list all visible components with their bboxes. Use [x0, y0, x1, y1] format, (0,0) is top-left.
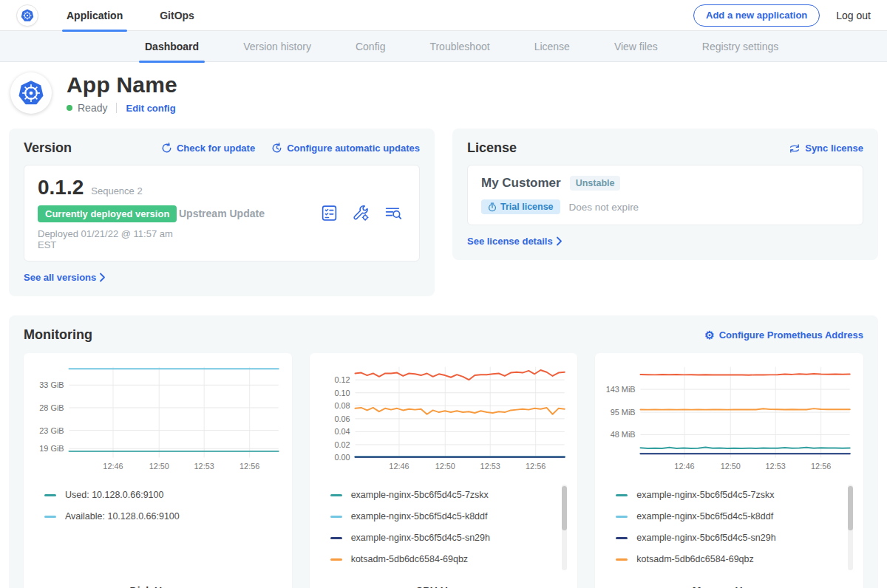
chevron-right-icon	[99, 273, 106, 282]
tab-registry-settings-label: Registry settings	[702, 41, 778, 52]
configure-auto-updates-label: Configure automatic updates	[287, 143, 420, 154]
status-text: Ready	[78, 102, 107, 114]
check-for-update-link[interactable]: Check for update	[161, 143, 255, 154]
current-version-panel: 0.1.2 Sequence 2 Currently deployed vers…	[24, 165, 420, 261]
tab-version-history-label: Version history	[243, 41, 311, 52]
tab-application[interactable]: Application	[62, 0, 127, 31]
legend-color-dash	[44, 516, 56, 518]
legend-label: kotsadm-5db6dc6584-69qbz	[636, 554, 753, 564]
legend-item: kotsadm-5db6dc6584-69qbz	[616, 549, 856, 570]
app-sub-nav: Dashboard Version history Config Trouble…	[0, 31, 887, 62]
license-type-label: Trial license	[500, 202, 554, 212]
svg-text:12:50: 12:50	[435, 462, 455, 471]
monitoring-card: Monitoring ⚙ Configure Prometheus Addres…	[9, 315, 878, 588]
svg-text:48 MiB: 48 MiB	[611, 430, 636, 439]
legend-scrollbar-track[interactable]	[562, 485, 567, 570]
legend-color-dash	[616, 558, 628, 561]
tab-registry-settings[interactable]: Registry settings	[696, 31, 784, 62]
memory-usage-chart-card: 12:4612:5012:5312:56143 MiB95 MiB48 MiB …	[595, 353, 863, 588]
license-card-title: License	[467, 140, 789, 156]
disk-usage-legend: Used: 10.128.0.66:9100Available: 10.128.…	[31, 485, 285, 581]
disk-usage-chart-card: 12:4612:5012:5312:5633 GiB28 GiB23 GiB19…	[24, 353, 292, 588]
version-sequence: Sequence 2	[91, 185, 142, 196]
add-application-button[interactable]: Add a new application	[693, 4, 820, 27]
legend-label: example-nginx-5bc6f5d4c5-7zskx	[351, 490, 489, 500]
legend-label: example-nginx-5bc6f5d4c5-k8ddf	[351, 511, 488, 522]
version-source: Upstream Update	[179, 208, 320, 219]
svg-text:0.02: 0.02	[334, 440, 350, 449]
chevron-right-icon	[556, 236, 563, 246]
legend-label: example-nginx-5bc6f5d4c5-sn29h	[636, 533, 775, 543]
tab-application-label: Application	[67, 10, 123, 21]
legend-color-dash	[330, 494, 342, 496]
svg-text:12:56: 12:56	[811, 462, 831, 471]
preflight-checks-icon[interactable]	[320, 204, 339, 222]
config-wrench-icon[interactable]	[352, 204, 370, 222]
see-license-details-link[interactable]: See license details	[467, 236, 863, 247]
legend-color-dash	[330, 537, 342, 539]
legend-item: kotsadm-5db6dc6584-69qbz	[330, 549, 571, 570]
legend-color-dash	[616, 516, 628, 518]
tab-license-label: License	[534, 41, 570, 52]
divider	[116, 103, 117, 113]
tab-config-label: Config	[356, 41, 385, 52]
svg-text:0.00: 0.00	[334, 453, 350, 462]
svg-text:33 GiB: 33 GiB	[39, 380, 64, 389]
legend-scrollbar-thumb[interactable]	[562, 486, 567, 530]
tab-config[interactable]: Config	[350, 31, 391, 62]
svg-text:23 GiB: 23 GiB	[39, 426, 64, 435]
legend-color-dash	[44, 494, 56, 496]
license-expiry: Does not expire	[569, 202, 639, 213]
svg-text:0.04: 0.04	[334, 427, 350, 436]
legend-label: example-nginx-5bc6f5d4c5-7zskx	[636, 490, 774, 500]
deployed-timestamp: Deployed 01/21/22 @ 11:57 am EST	[38, 228, 179, 250]
legend-item: example-nginx-5bc6f5d4c5-sn29h	[330, 527, 571, 549]
tab-dashboard-label: Dashboard	[145, 41, 199, 52]
page-title: App Name	[67, 72, 177, 98]
tab-gitops[interactable]: GitOps	[155, 0, 199, 31]
refresh-icon	[161, 143, 172, 154]
see-license-details-label: See license details	[467, 236, 553, 247]
legend-color-dash	[616, 494, 628, 496]
tab-troubleshoot[interactable]: Troubleshoot	[424, 31, 495, 62]
tab-gitops-label: GitOps	[160, 10, 194, 21]
status-dot	[67, 105, 72, 111]
tab-dashboard[interactable]: Dashboard	[139, 31, 205, 62]
svg-text:12:46: 12:46	[389, 462, 409, 471]
auto-update-clock-icon	[271, 143, 282, 154]
svg-text:12:50: 12:50	[721, 462, 741, 471]
legend-item: Used: 10.128.0.66:9100	[44, 485, 285, 506]
sync-license-link[interactable]: Sync license	[789, 143, 863, 154]
legend-scrollbar-track[interactable]	[848, 485, 853, 570]
legend-scrollbar-thumb[interactable]	[848, 486, 853, 530]
app-kubernetes-icon	[10, 72, 52, 114]
memory-usage-chart: 12:4612:5012:5312:56143 MiB95 MiB48 MiB	[602, 360, 856, 477]
svg-text:95 MiB: 95 MiB	[611, 408, 636, 417]
cpu-usage-legend: example-nginx-5bc6f5d4c5-7zskxexample-ng…	[317, 485, 571, 581]
tab-view-files[interactable]: View files	[608, 31, 664, 62]
configure-prometheus-link[interactable]: ⚙ Configure Prometheus Address	[704, 329, 863, 341]
license-panel: My Customer Unstable Trial license Does …	[467, 165, 863, 225]
deploy-logs-icon[interactable]	[384, 204, 403, 222]
see-all-versions-label: See all versions	[24, 272, 96, 283]
legend-item: example-nginx-5bc6f5d4c5-7zskx	[616, 485, 856, 506]
tab-troubleshoot-label: Troubleshoot	[429, 41, 489, 52]
legend-label: example-nginx-5bc6f5d4c5-sn29h	[351, 533, 490, 543]
license-type-badge: Trial license	[481, 199, 560, 214]
edit-config-link[interactable]: Edit config	[126, 103, 175, 114]
tab-license[interactable]: License	[529, 31, 576, 62]
license-card: License Sync license My Customer Unstabl…	[452, 129, 878, 260]
see-all-versions-link[interactable]: See all versions	[24, 272, 420, 283]
logout-link[interactable]: Log out	[836, 10, 871, 21]
configure-auto-updates-link[interactable]: Configure automatic updates	[271, 143, 420, 154]
channel-badge: Unstable	[570, 176, 621, 191]
tab-version-history[interactable]: Version history	[237, 31, 317, 62]
legend-label: Available: 10.128.0.66:9100	[65, 511, 180, 522]
memory-usage-legend: example-nginx-5bc6f5d4c5-7zskxexample-ng…	[602, 485, 856, 581]
disk-usage-title: Disk Usage	[31, 581, 285, 588]
svg-text:19 GiB: 19 GiB	[39, 444, 64, 453]
cpu-usage-chart-card: 12:4612:5012:5312:560.120.100.080.060.04…	[310, 353, 578, 588]
svg-text:143 MiB: 143 MiB	[606, 385, 636, 394]
version-card-title: Version	[24, 140, 161, 156]
configure-prometheus-label: Configure Prometheus Address	[719, 329, 863, 341]
